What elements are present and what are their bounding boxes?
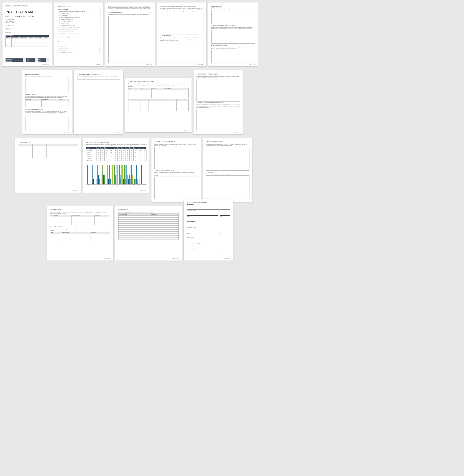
toc-item: 11 APPENDICES15 — [57, 50, 100, 52]
risk-log-heading: 8.1 RISK LOG — [206, 172, 249, 173]
page-num: Page 3 of 16 — [146, 64, 152, 65]
change-mgmt-box — [25, 117, 69, 131]
toc-item: 6 SCHEDULE MANAGEMENT PLAN12 — [57, 38, 100, 40]
toc-item: 5.2 RESOURCE REQUIREMENT CALENDAR11 — [57, 36, 100, 38]
quality-mgmt-box — [154, 177, 198, 199]
web: webaddress.com — [5, 25, 49, 27]
comms-plan-table: COMMUNICATION TYPEDESCRIPTIONFREQUENCYME… — [128, 99, 189, 111]
recommended-by-block: RECOMMENDED BY Name and Title (Printed) … — [187, 221, 230, 234]
milestone-heading: 2.6 MILESTONE LIST — [25, 94, 69, 95]
toc-item: 2.6 MILESTONE LIST6 — [57, 22, 100, 24]
toc-item: 5 HUMAN RESOURCES MANAGEMENT PLAN9 — [57, 32, 100, 34]
page-13: 8. RISK MANAGEMENT PLAN Briefly describe… — [203, 138, 252, 202]
hr-mgmt-box — [196, 109, 240, 131]
template-intro: [Template provides a basic outline for a… — [108, 5, 152, 11]
scope-mgmt-heading: 2.8 PROJECT SCOPE MANAGEMENT PLAN — [77, 74, 120, 76]
addr2: City, State and Zip — [5, 22, 49, 24]
toc-item: 2.8 PROJECT SCOPE MANAGEMENT PLAN7 — [57, 26, 100, 28]
page-num: Page 14 of 16 — [104, 258, 110, 259]
page-num: Page 1 of 16 — [43, 64, 49, 65]
page-12: 6. SCHEDULE MANAGEMENT PLAN Explain meth… — [151, 138, 201, 202]
change-mgmt-heading: 2.7 CHANGE MANAGEMENT PLAN — [25, 109, 69, 110]
appendices-heading: 11. APPENDICES — [118, 209, 179, 211]
toc-item: 8 RISK MANAGEMENT PLAN13 — [57, 42, 100, 44]
resource-mgmt-box — [196, 79, 240, 102]
page-10: 5.1 PROJECT STAFF LIST NAMETITLEEMAILPHO… — [15, 138, 81, 193]
page-num: Page 15 of 16 — [172, 258, 179, 259]
quality-baseline-table: ITEMACCEPTABLE LEVELCOMMENTS — [50, 232, 110, 242]
deliverables-heading: 2.2 DELIVERABLES — [211, 6, 255, 8]
deliverables-box — [211, 10, 255, 24]
version: VERSION 0.0.0 — [5, 28, 49, 30]
vh-title: VERSION HISTORY — [6, 35, 49, 37]
page-num: Page 2 of 16 — [95, 64, 100, 65]
page-15: 11. APPENDICES Attach or link to separat… — [115, 206, 182, 261]
page-grid: PROJECT MANAGEMENT PLAN TEMPLATE PROJECT… — [2, 2, 462, 261]
page-num: Page 7 of 16 — [115, 132, 120, 133]
toc-item: 2.2 DELIVERABLES5 — [57, 14, 100, 16]
toc-item: 2.4 STAKEHOLDER ANALYSIS5 — [57, 18, 100, 20]
template-label: PROJECT MANAGEMENT PLAN TEMPLATE — [5, 5, 49, 7]
page-num: Page 9 of 16 — [234, 132, 240, 133]
toc-item: 9 COST BASELINE14 — [57, 46, 100, 48]
page-num: Page 11 of 16 — [140, 190, 147, 191]
page-3: [Template provides a basic outline for a… — [105, 2, 155, 66]
toc-item: 3 COMMUNICATIONS MANAGEMENT PLAN8 — [57, 28, 100, 30]
toc-item: 4 RESOURCE MANAGEMENT PLAN9 — [57, 30, 100, 32]
project-subtitle: PROJECT MANAGEMENT PLAN — [5, 15, 49, 17]
approach-heading: 2. PROJECT MANAGEMENT APPROACH AND GOVER… — [160, 5, 203, 7]
chart-legend: Project ManagerDeveloperConsultant 1Tech… — [86, 186, 147, 187]
schedule-mgmt-box — [154, 147, 198, 169]
page-7: 2.8 PROJECT SCOPE MANAGEMENT PLAN Detail… — [74, 70, 123, 134]
page-num: Page 6 of 16 — [63, 132, 69, 133]
auth-sig-heading: 12. AUTHORIZATION SIGNATURES — [187, 202, 230, 203]
schedule-baseline-box — [25, 78, 69, 93]
toc-item: 12 AUTHORIZATION SIGNATURES16 — [57, 52, 100, 54]
page-num: Page 8 of 16 — [183, 130, 189, 131]
page-6: 2.5 SCHEDULE BASELINE Provide a schedule… — [22, 70, 72, 134]
appendices-table: DOCUMENT NAMELOCATION / LINK — [118, 213, 179, 239]
toc-item: 7 QUALITY MANAGEMENT PLAN12 — [57, 40, 100, 42]
doc-date: 00/00/0000 — [5, 32, 49, 33]
toc-item: 5.1 PROJECT STAFF LIST10 — [57, 34, 100, 36]
staff-list-heading: 5.1 PROJECT STAFF LIST — [18, 142, 78, 143]
page-11: 5.2 RESOURCE REQUIREMENT CALENDAR A reso… — [83, 138, 149, 193]
toc-item: 2.3 WORK BREAKDOWN STRUCTURE (WBS)5 — [57, 16, 100, 18]
milestone-table: MILESTONEDESCRIPTIONDATE — [25, 99, 69, 107]
scope-heading: 2.1 PROJECT SCOPE — [160, 35, 203, 37]
page-num: Page 4 of 16 — [198, 64, 203, 65]
toc-item: 1 EXECUTIVE SUMMARY3 — [57, 8, 100, 10]
page-16: 12. AUTHORIZATION SIGNATURES PREPARED BY… — [184, 199, 233, 261]
approach-box — [160, 13, 203, 34]
page-1: PROJECT MANAGEMENT PLAN TEMPLATE PROJECT… — [2, 2, 52, 66]
cost-baseline-heading: 9. COST BASELINE — [50, 209, 110, 211]
scope-box — [160, 42, 203, 63]
exec-summary-heading: 1. EXECUTIVE SUMMARY — [108, 11, 152, 13]
risk-log-box — [206, 175, 249, 199]
page-9: 4. RESOURCE MANAGEMENT PLAN Procurement … — [194, 70, 243, 134]
toc-item: 2.1 PROJECT SCOPE4 — [57, 12, 100, 14]
schedule-mgmt-heading: 6. SCHEDULE MANAGEMENT PLAN — [154, 141, 198, 143]
prepared-by-block: PREPARED BY Name and Title (Printed) Sig… — [187, 204, 230, 217]
quality-mgmt-heading: 7. QUALITY MANAGEMENT PLAN — [154, 169, 198, 171]
quality-baseline-heading: 10. QUALITY BASELINE — [50, 226, 110, 227]
resource-calendar-table: ROLEJANFEBMARAPRMAYJUNJULAUGSEPOCTNOVDEC… — [86, 147, 147, 161]
toc-item: 8.1 RISK LOG13 — [57, 44, 100, 46]
toc-body: 1 EXECUTIVE SUMMARY32 PROJECT MANAGEMENT… — [57, 8, 100, 54]
page-num: Page 10 of 16 — [72, 190, 78, 191]
stakeholder-box — [211, 50, 255, 63]
page-8: 3. COMMUNICATIONS MANAGEMENT PLAN A comm… — [125, 78, 192, 132]
scope-mgmt-box — [77, 79, 120, 131]
approved-by-block: APPROVED BY Project Sponsor Name and Tit… — [187, 237, 230, 250]
toc-item: 10 QUALITY BASELINE14 — [57, 48, 100, 50]
project-title: PROJECT NAME — [5, 10, 49, 14]
version-history-table: VERSION HISTORY VERSIONAPPROVED BYREVISI… — [5, 35, 49, 47]
schedule-baseline-heading: 2.5 SCHEDULE BASELINE — [25, 74, 69, 76]
toc-title: TABLE OF CONTENTS — [57, 5, 100, 7]
risk-mgmt-box — [206, 147, 249, 171]
prep-approve-table: PREPARED BYTITLEDATE APPROVED BYTITLEDAT… — [5, 58, 49, 62]
toc-item: 2.7 CHANGE MANAGEMENT PLAN6 — [57, 24, 100, 26]
page-num: Page 5 of 16 — [249, 64, 255, 65]
page-2-toc: TABLE OF CONTENTS 1 EXECUTIVE SUMMARY32 … — [54, 2, 103, 66]
wbs-box — [211, 30, 255, 44]
